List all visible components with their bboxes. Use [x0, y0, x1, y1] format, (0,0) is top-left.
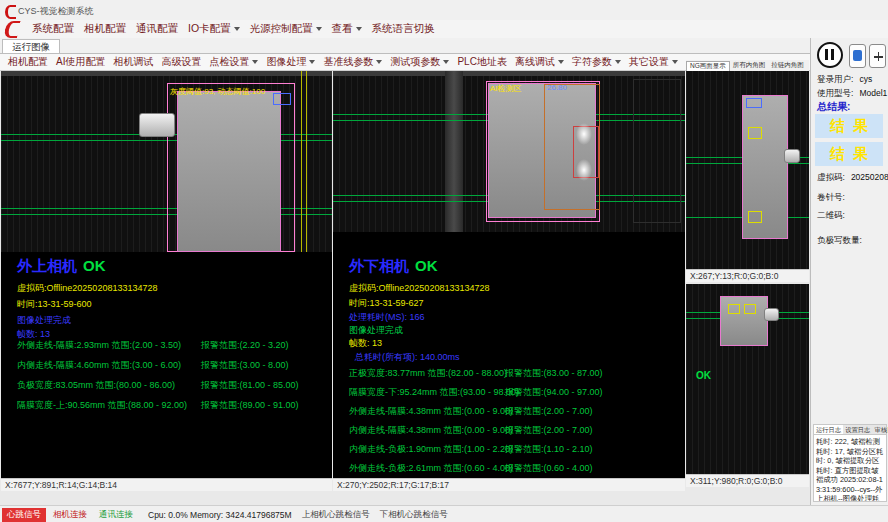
tab-audit-log[interactable]: 审核日志 — [872, 425, 888, 434]
measurement-row: 负极宽度:83.05mm 范围:(80.00 - 86.00) — [17, 379, 175, 392]
toolbar-spot-check[interactable]: 点检设置 — [205, 54, 262, 70]
menu-item-system-config[interactable]: 系统配置 — [27, 20, 79, 38]
ai-region-label: AI检测区 — [490, 83, 522, 94]
gripper-clip — [784, 149, 800, 163]
small-top-image[interactable] — [686, 71, 809, 269]
measurement-row: 内侧走线-负极:1.90mm 范围:(1.00 - 2.20) — [349, 443, 513, 456]
alarm-range: 报警范围:(89.00 - 91.00) — [201, 399, 299, 412]
negative-count-row: 负极写数量: — [817, 235, 862, 247]
qr-code-row: 二维码: — [817, 210, 845, 222]
middle-camera-image[interactable]: AI检测区 26.80 — [333, 71, 685, 232]
anchor-box — [748, 127, 762, 139]
pin-number-row: 卷针号: — [817, 192, 845, 204]
alarm-range: 报警范围:(1.10 - 2.10) — [505, 443, 593, 456]
right-sidebar: 登录用户:cys 使用型号:Model1 总结果: 结果 结果 虚拟码:2025… — [810, 38, 888, 505]
dropdown-arrow-icon — [234, 27, 240, 31]
result-block-2: 结果 — [815, 142, 883, 166]
ai-score-value: 26.80 — [547, 83, 567, 92]
measurement-row: 外侧走线-负极:2.61mm 范围:(0.60 - 4.00) — [349, 462, 513, 475]
menu-item-comm-config[interactable]: 通讯配置 — [131, 20, 183, 38]
tab-ng-display[interactable]: NG画面显示 — [686, 61, 730, 71]
camera-name-label: 外上相机 — [17, 257, 77, 276]
reference-line — [301, 71, 302, 252]
menu-item-light-control[interactable]: 光源控制配置 — [245, 20, 327, 38]
measurement-row: 隔膜宽度-下:95.24mm 范围:(93.00 - 98.00) — [349, 386, 519, 399]
log-text-area[interactable]: 耗时: 222, 皱褶检测耗时: 17, 皱褶分区耗时: 0, 皱褶提取分区耗时… — [813, 434, 887, 502]
toolbar-baseline-params[interactable]: 基准线参数 — [319, 54, 386, 70]
login-user-row: 登录用户:cys — [817, 74, 872, 86]
process-done-line: 图像处理完成 — [349, 324, 403, 337]
time-line: 时间:13-31-59-600 — [17, 298, 92, 311]
adjust-button[interactable] — [869, 44, 886, 68]
result-block-1: 结果 — [815, 114, 883, 138]
tab-all-angle[interactable]: 所有内角图 — [730, 61, 769, 70]
toolbar-char-params[interactable]: 字符参数 — [568, 54, 625, 70]
dropdown-arrow-icon — [309, 60, 315, 64]
toolbar-test-params[interactable]: 测试项参数 — [386, 54, 453, 70]
toolbar-camera-config[interactable]: 相机配置 — [4, 54, 52, 70]
alarm-range: 报警范围:(0.60 - 4.00) — [505, 462, 593, 475]
menu-item-io-config[interactable]: IO卡配置 — [183, 20, 245, 38]
dropdown-arrow-icon — [316, 27, 322, 31]
toolbar-image-processing[interactable]: 图像处理 — [262, 54, 319, 70]
tab-run-image[interactable]: 运行图像 — [2, 39, 60, 53]
toolbar-ai-config[interactable]: AI使用配置 — [52, 54, 109, 70]
toolbar-plc-address[interactable]: PLC地址表 — [453, 54, 510, 70]
menu-item-view[interactable]: 查看 — [327, 20, 367, 38]
bright-band — [445, 71, 463, 232]
pixel-coordinate-bar: X:267;Y:13;R:0;G:0;B:0 — [686, 269, 809, 282]
pause-button[interactable] — [817, 42, 843, 68]
comm-connection-badge: 通讯连接 — [94, 508, 138, 522]
heartbeat-badge: 心跳信号 — [2, 508, 46, 522]
dropdown-arrow-icon — [376, 60, 382, 64]
tab-run-log[interactable]: 运行日志 — [814, 425, 843, 434]
pause-icon — [825, 49, 828, 60]
left-camera-image[interactable]: 灰度阈值:93, 动态阈值:100 — [1, 71, 332, 252]
result-ok-flag: OK — [415, 257, 438, 274]
toolbar-camera-debug[interactable]: 相机调试 — [109, 54, 157, 70]
total-result-label: 总结果: — [817, 100, 850, 114]
menu-item-language-switch[interactable]: 系统语言切换 — [367, 20, 440, 38]
dropdown-arrow-icon — [672, 60, 678, 64]
machine-edge — [333, 71, 685, 76]
alarm-range: 报警范围:(3.00 - 8.00) — [201, 359, 289, 372]
time-line: 时间:13-31-59-627 — [349, 297, 424, 310]
battery-cell-region — [177, 91, 281, 252]
camera-button[interactable] — [849, 44, 866, 68]
pixel-coordinate-bar: X:270;Y:2502;R:17;G:17;B:17 — [333, 478, 685, 491]
toolbar-other-settings[interactable]: 其它设置 — [625, 54, 682, 70]
toolbar-advanced-settings[interactable]: 高级设置 — [157, 54, 205, 70]
menu-item-camera-config[interactable]: 相机配置 — [79, 20, 131, 38]
tab-zipper-angle[interactable]: 拉链内角图 — [768, 61, 807, 70]
detection-box — [273, 93, 291, 105]
log-tabs: 运行日志 设置日志 审核日志 — [813, 424, 887, 434]
model-value: Model1 — [859, 88, 887, 98]
dropdown-arrow-icon — [558, 60, 564, 64]
title-bar: CYS-视觉检测系统 — [0, 0, 888, 21]
upper-camera-heartbeat: 上相机心跳检信号 — [302, 509, 370, 521]
alarm-range: 报警范围:(83.00 - 87.00) — [505, 367, 603, 380]
brand-logo-icon — [3, 21, 21, 38]
dropdown-arrow-icon — [252, 60, 258, 64]
small-top-panel: NG画面显示 所有内角图 拉链内角图 X:267;Y:13;R:0;G:0;B:… — [686, 60, 809, 282]
alarm-range: 报警范围:(2.00 - 7.00) — [505, 405, 593, 418]
lower-camera-heartbeat: 下相机心跳检信号 — [380, 509, 448, 521]
toolbar-offline-debug[interactable]: 离线调试 — [511, 54, 568, 70]
small-bottom-image[interactable]: OK — [686, 284, 809, 474]
alarm-range: 报警范围:(2.00 - 7.00) — [505, 424, 593, 437]
measurement-row: 内侧走线-隔膜:4.60mm 范围:(3.00 - 6.00) — [17, 359, 181, 372]
barcode-line: 虚拟码:Offline20250208133134728 — [17, 282, 157, 295]
reference-line — [306, 71, 307, 252]
measurement-row: 正极宽度:83.77mm 范围:(82.00 - 88.00) — [349, 367, 507, 380]
status-bar: 心跳信号 相机连接 通讯连接 Cpu: 0.0% Memory: 3424.41… — [0, 505, 888, 522]
anchor-box — [748, 211, 762, 223]
camera-connection-badge: 相机连接 — [48, 508, 92, 522]
process-done-line: 图像处理完成 — [17, 314, 71, 327]
threshold-overlay-label: 灰度阈值:93, 动态阈值:100 — [170, 86, 265, 97]
measurement-row: 内侧走线-隔膜:4.38mm 范围:(0.00 - 9.00) — [349, 424, 513, 437]
tab-settings-log[interactable]: 设置日志 — [843, 425, 872, 434]
app-window: CYS-视觉检测系统 系统配置 相机配置 通讯配置 IO卡配置 光源控制配置 查… — [0, 0, 888, 522]
total-time-line: 总耗时(所有项): 140.00ms — [355, 351, 460, 364]
tab-bar: 运行图像 — [0, 38, 888, 54]
frame-count-line: 帧数: 13 — [349, 337, 382, 350]
